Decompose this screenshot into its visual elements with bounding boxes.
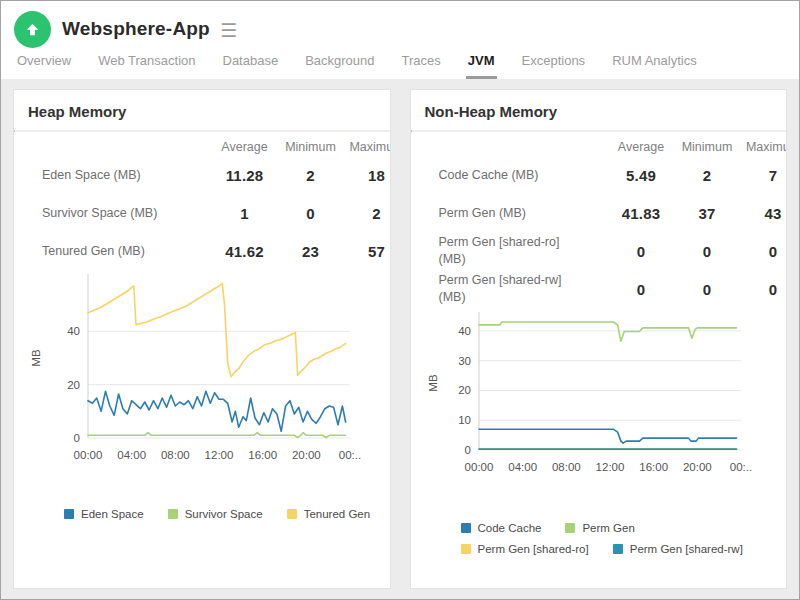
legend-label: Perm Gen [shared-ro] (478, 543, 589, 555)
column-header: Minimum (278, 140, 344, 154)
legend-swatch (461, 523, 471, 533)
metric-value: 1 (212, 205, 278, 222)
metric-value: 23 (278, 243, 344, 260)
legend-item-code-cache[interactable]: Code Cache (461, 522, 542, 534)
metric-value: 37 (674, 205, 740, 222)
metric-value: 41.62 (212, 243, 278, 260)
tab-exceptions[interactable]: Exceptions (520, 53, 588, 79)
divider (14, 130, 390, 132)
y-axis-label: MB (30, 349, 42, 367)
tab-traces[interactable]: Traces (400, 53, 443, 79)
panel-title: Heap Memory (14, 90, 390, 130)
legend-swatch (168, 509, 178, 519)
legend-item-eden-space[interactable]: Eden Space (64, 508, 144, 520)
x-tick-label: 12:00 (205, 449, 234, 461)
nonheap-memory-legend: Code CachePerm GenPerm Gen [shared-ro]Pe… (461, 522, 787, 555)
heap-memory-chart-svg: 0204000:0004:0008:0012:0016:0020:0000:..… (26, 270, 390, 472)
divider (411, 130, 787, 132)
legend-label: Perm Gen (582, 522, 634, 534)
table-row: Code Cache (MB)5.4927 (411, 156, 788, 194)
legend-item-tenured-gen[interactable]: Tenured Gen (287, 508, 371, 520)
content-area: Heap Memory AverageMinimumMaximumEden Sp… (1, 79, 799, 599)
metric-label: Perm Gen [shared-rw] (MB) (411, 272, 581, 306)
legend-item-perm-gen-shared-ro[interactable]: Perm Gen [shared-ro] (461, 543, 589, 555)
legend-item-survivor-space[interactable]: Survivor Space (168, 508, 263, 520)
nonheap-memory-panel: Non-Heap Memory AverageMinimumMaximumCod… (410, 89, 788, 589)
metric-value: 0 (740, 281, 787, 298)
heap-memory-legend: Eden SpaceSurvivor SpaceTenured Gen (64, 508, 390, 520)
app-header: Websphere-App ☰ (1, 1, 799, 51)
hamburger-menu-icon[interactable]: ☰ (220, 19, 237, 40)
metric-label: Perm Gen (MB) (411, 205, 581, 222)
legend-swatch (287, 509, 297, 519)
metric-label: Perm Gen [shared-ro] (MB) (411, 234, 581, 268)
series-line-perm-gen (479, 322, 737, 341)
up-arrow-icon (24, 21, 41, 38)
x-tick-label: 00:.. (729, 461, 751, 473)
table-row: Survivor Space (MB)102 (14, 194, 391, 232)
x-tick-label: 00:00 (464, 461, 493, 473)
table-header-row: AverageMinimumMaximum (411, 134, 788, 156)
column-header: Maximum (740, 140, 787, 154)
x-tick-label: 08:00 (551, 461, 580, 473)
y-tick-label: 20 (67, 379, 80, 391)
metric-value: 0 (608, 243, 674, 260)
tab-database[interactable]: Database (221, 53, 281, 79)
heap-memory-panel: Heap Memory AverageMinimumMaximumEden Sp… (13, 89, 391, 589)
metric-value: 0 (278, 205, 344, 222)
legend-swatch (64, 509, 74, 519)
metric-label: Eden Space (MB) (14, 167, 184, 184)
y-tick-label: 0 (464, 444, 470, 456)
heap-memory-chart: 0204000:0004:0008:0012:0016:0020:0000:..… (26, 270, 390, 476)
metric-value: 57 (344, 243, 391, 260)
metric-value: 2 (278, 167, 344, 184)
legend-label: Code Cache (478, 522, 542, 534)
legend-swatch (461, 544, 471, 554)
column-header: Average (608, 140, 674, 154)
tab-overview[interactable]: Overview (15, 53, 73, 79)
tab-rum-analytics[interactable]: RUM Analytics (610, 53, 699, 79)
tab-bar: OverviewWeb TransactionDatabaseBackgroun… (1, 51, 799, 79)
legend-swatch (613, 544, 623, 554)
legend-label: Tenured Gen (304, 508, 371, 520)
x-tick-label: 12:00 (595, 461, 624, 473)
metric-value: 0 (674, 281, 740, 298)
column-header: Minimum (674, 140, 740, 154)
legend-swatch (565, 523, 575, 533)
x-tick-label: 08:00 (161, 449, 190, 461)
nonheap-memory-table: AverageMinimumMaximumCode Cache (MB)5.49… (411, 134, 788, 308)
metric-value: 5.49 (608, 167, 674, 184)
column-header: Average (212, 140, 278, 154)
series-line-tenured-gen (88, 283, 346, 376)
legend-item-perm-gen[interactable]: Perm Gen (565, 522, 634, 534)
legend-item-perm-gen-shared-rw[interactable]: Perm Gen [shared-rw] (613, 543, 743, 555)
panel-title: Non-Heap Memory (411, 90, 787, 130)
metric-value: 0 (608, 281, 674, 298)
metric-value: 18 (344, 167, 391, 184)
tab-jvm[interactable]: JVM (466, 53, 497, 79)
table-row: Tenured Gen (MB)41.622357 (14, 232, 391, 270)
metric-value: 41.83 (608, 205, 674, 222)
x-tick-label: 16:00 (639, 461, 668, 473)
series-line-survivor-space (88, 433, 346, 438)
metric-value: 43 (740, 205, 787, 222)
series-line-eden-space (88, 391, 346, 431)
y-axis-label: MB (427, 374, 439, 392)
tab-background[interactable]: Background (303, 53, 376, 79)
legend-row: Eden SpaceSurvivor SpaceTenured Gen (64, 508, 390, 520)
table-row: Perm Gen (MB)41.833743 (411, 194, 788, 232)
y-tick-label: 40 (458, 325, 471, 337)
x-tick-label: 04:00 (117, 449, 146, 461)
y-tick-label: 0 (74, 432, 80, 444)
y-tick-label: 20 (458, 384, 471, 396)
legend-label: Eden Space (81, 508, 144, 520)
table-row: Perm Gen [shared-ro] (MB)000 (411, 232, 788, 270)
tab-web-transaction[interactable]: Web Transaction (96, 53, 197, 79)
metric-value: 0 (740, 243, 787, 260)
metric-label: Survivor Space (MB) (14, 205, 184, 222)
y-tick-label: 30 (458, 355, 471, 367)
heap-memory-table: AverageMinimumMaximumEden Space (MB)11.2… (14, 134, 391, 270)
table-row: Perm Gen [shared-rw] (MB)000 (411, 270, 788, 308)
column-header: Maximum (344, 140, 391, 154)
x-tick-label: 20:00 (682, 461, 711, 473)
